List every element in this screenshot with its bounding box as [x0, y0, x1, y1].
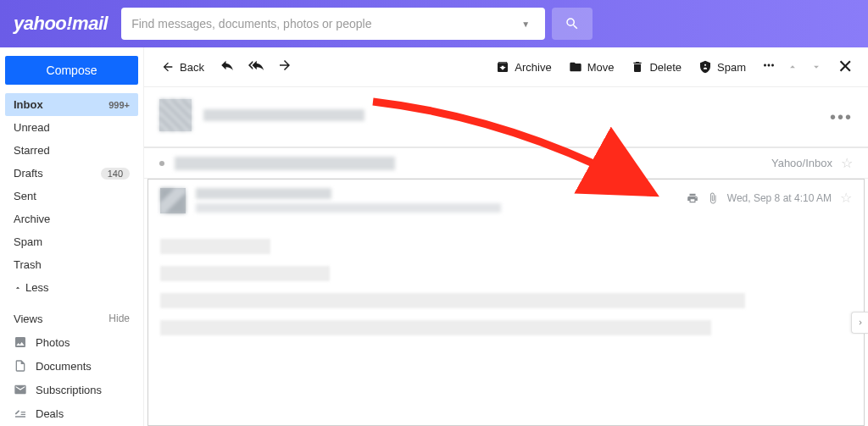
deals-icon [14, 407, 27, 420]
collapse-up-icon[interactable] [787, 61, 798, 73]
search-input[interactable] [131, 17, 516, 30]
search-icon [565, 16, 580, 31]
reply-icon [220, 58, 235, 73]
sender-avatar [159, 99, 192, 131]
move-button[interactable]: Move [564, 57, 620, 77]
subject-redacted [175, 157, 395, 170]
star-icon[interactable]: ☆ [841, 155, 853, 171]
forward-icon [277, 58, 292, 73]
folder-sent[interactable]: Sent [5, 185, 138, 207]
folder-trash[interactable]: Trash [5, 253, 138, 276]
body-redacted [160, 293, 745, 308]
app-header: yahoo!mail ▼ [0, 0, 868, 47]
folder-spam[interactable]: Spam [5, 230, 138, 253]
message-toolbar: Back Archive Move Delete Spam [144, 47, 868, 87]
view-documents[interactable]: Documents [5, 354, 138, 378]
view-photos[interactable]: Photos [5, 330, 138, 354]
message-timestamp: Wed, Sep 8 at 4:10 AM [727, 192, 832, 204]
folder-inbox[interactable]: Inbox 999+ [5, 93, 138, 116]
forward-button[interactable] [274, 54, 296, 80]
delete-button[interactable]: Delete [626, 57, 687, 77]
archive-button[interactable]: Archive [491, 57, 556, 77]
search-dropdown-icon[interactable]: ▼ [516, 19, 535, 29]
next-message-button[interactable] [851, 312, 868, 334]
message-star-icon[interactable]: ☆ [840, 190, 852, 206]
sender-name-redacted [203, 109, 364, 121]
print-icon[interactable] [687, 192, 698, 204]
folder-drafts[interactable]: Drafts 140 [5, 162, 138, 185]
move-icon [569, 60, 582, 74]
body-redacted [160, 266, 330, 281]
body-redacted [160, 239, 270, 254]
sidebar: Compose Inbox 999+ Unread Starred Drafts… [0, 47, 144, 426]
chevron-up-icon [14, 284, 22, 292]
reply-all-icon [248, 58, 264, 73]
more-actions-button[interactable] [758, 54, 780, 80]
main-pane: Back Archive Move Delete Spam [144, 47, 868, 426]
delete-icon [631, 60, 644, 74]
message-body: Wed, Sep 8 at 4:10 AM ☆ [147, 179, 865, 426]
folder-archive[interactable]: Archive [5, 207, 138, 230]
folder-label: Inbox [14, 98, 43, 111]
subject-row: Yahoo/Inbox ☆ [144, 148, 868, 179]
spam-icon [698, 60, 712, 74]
folder-count: 999+ [108, 100, 130, 110]
more-horizontal-icon [761, 58, 776, 73]
folder-starred[interactable]: Starred [5, 139, 138, 162]
app-body: Compose Inbox 999+ Unread Starred Drafts… [0, 47, 868, 426]
views-label: Views [14, 313, 42, 325]
body-redacted [160, 320, 711, 335]
search-box[interactable]: ▼ [121, 8, 545, 40]
attachment-icon[interactable] [707, 192, 719, 204]
message-meta: Wed, Sep 8 at 4:10 AM ☆ [687, 190, 852, 206]
toolbar-right: ✕ [787, 56, 856, 78]
photos-icon [14, 335, 27, 349]
from-text-redacted [196, 188, 501, 213]
message-location: Yahoo/Inbox [771, 157, 832, 169]
message-header: ••• [144, 87, 868, 148]
unread-dot-icon [159, 161, 164, 166]
from-avatar [160, 188, 186, 213]
chevron-right-icon [856, 318, 865, 327]
search-button[interactable] [552, 8, 593, 40]
reply-button[interactable] [216, 54, 238, 80]
drafts-count-pill: 140 [101, 168, 130, 180]
yahoo-mail-logo: yahoo!mail [14, 13, 108, 35]
message-more-button[interactable]: ••• [830, 108, 853, 127]
back-button[interactable]: Back [156, 57, 209, 77]
reply-all-button[interactable] [245, 54, 267, 80]
spam-button[interactable]: Spam [693, 57, 751, 77]
compose-button[interactable]: Compose [5, 56, 138, 85]
collapse-down-icon[interactable] [810, 61, 822, 73]
hide-views-link[interactable]: Hide [108, 313, 130, 325]
back-arrow-icon [161, 60, 175, 74]
folder-unread[interactable]: Unread [5, 116, 138, 139]
subscriptions-icon [14, 383, 27, 396]
view-deals[interactable]: Deals [5, 401, 138, 425]
views-header: Views Hide [5, 307, 138, 330]
less-toggle[interactable]: Less [5, 276, 138, 299]
view-subscriptions[interactable]: Subscriptions [5, 378, 138, 401]
archive-icon [496, 60, 509, 74]
documents-icon [14, 359, 27, 373]
close-button[interactable]: ✕ [834, 56, 856, 78]
search-container: ▼ [121, 8, 593, 40]
